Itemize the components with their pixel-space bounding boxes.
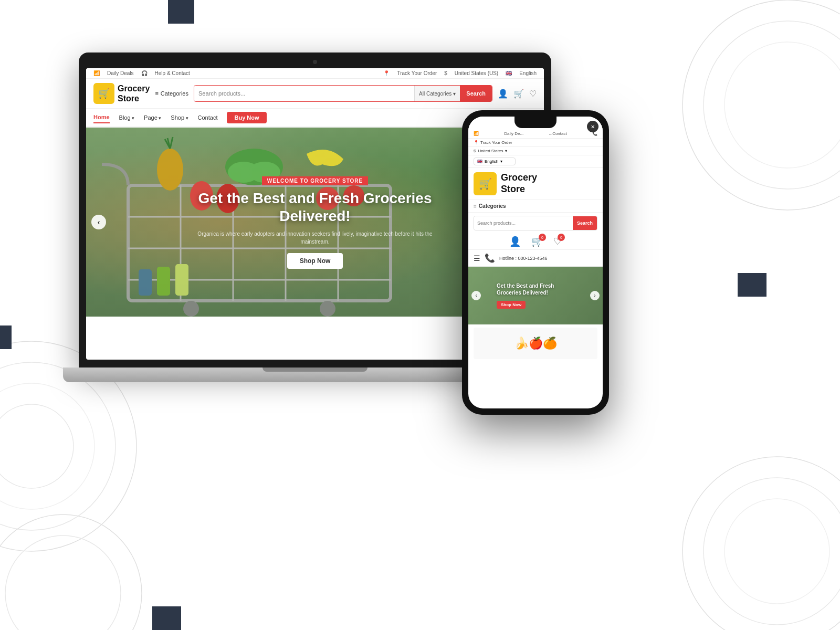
decorative-square-3 [738, 273, 766, 297]
phone-country-row[interactable]: $ United States ▾ [468, 147, 603, 155]
phone-hero-next-arrow[interactable]: › [590, 291, 600, 300]
decorative-square-4 [152, 606, 181, 630]
decorative-square-2 [0, 326, 12, 349]
laptop-shop-now-button[interactable]: Shop Now [287, 253, 343, 269]
phone-logo-name: Grocery [501, 172, 537, 184]
lang-chevron-icon: ▾ [500, 159, 502, 164]
nav-blog[interactable]: Blog [119, 112, 135, 123]
nav-page[interactable]: Page [144, 112, 161, 123]
laptop-topbar: 📶 Daily Deals 🎧 Help & Contact 📍 Track Y… [86, 68, 544, 79]
decorative-square-1 [168, 0, 194, 24]
phone-icons-row: 👤 🛒 0 ♡ 0 [468, 234, 603, 250]
phone-topbar-help: ...Contact [549, 131, 566, 136]
svg-point-10 [0, 514, 142, 630]
svg-line-24 [170, 137, 173, 149]
phone-search-input[interactable] [474, 216, 573, 230]
wishlist-icon[interactable]: ♡ [529, 89, 537, 99]
topbar-dollar-icon: $ [444, 70, 447, 76]
pin-icon: 📍 [474, 140, 479, 145]
nav-contact[interactable]: Contact [198, 112, 218, 123]
phone-lang-select[interactable]: 🇬🇧 English ▾ [474, 158, 516, 165]
phone-menu-icon: ≡ [474, 203, 477, 209]
phone-track-order[interactable]: 📍 Track Your Order [468, 139, 603, 147]
phone-logo-grocery: Grocery [501, 172, 537, 183]
topbar-lang[interactable]: English [519, 70, 537, 76]
phone-hero-content: Get the Best and Fresh Groceries Deliver… [481, 278, 590, 313]
phone-hero-prev-arrow[interactable]: ‹ [471, 291, 481, 300]
phone-search-bar: Search [474, 216, 597, 230]
phone-hotline-text: Hotline : 000-123-4546 [499, 256, 548, 261]
hero-prev-arrow[interactable]: ‹ [91, 215, 106, 229]
laptop-search-bar: All Categories ▾ Search [194, 85, 492, 102]
laptop-header: 🛒 Grocery Store ≡ Categories All Categor… [86, 79, 544, 109]
chevron-down-icon: ▾ [453, 91, 456, 97]
topbar-wifi-icon: 📶 [93, 70, 100, 76]
phone-categories[interactable]: ≡ Categories [468, 200, 603, 213]
cart-icon[interactable]: 🛒 [513, 89, 524, 99]
phone-hero: ‹ Get the Best and Fresh Groceries Deliv… [468, 267, 603, 324]
phone-topbar-daily-deals: Daily De... [504, 131, 523, 136]
phone-close-button[interactable]: ✕ [587, 121, 598, 132]
svg-rect-33 [139, 269, 152, 296]
svg-point-7 [682, 457, 840, 630]
phone-fruit-category[interactable]: 🍌🍎🍊 [474, 328, 597, 359]
phone-shop-now-button[interactable]: Shop Now [497, 301, 526, 309]
svg-point-8 [704, 478, 840, 625]
topbar-daily-deals[interactable]: Daily Deals [107, 70, 134, 76]
svg-point-3 [0, 404, 74, 488]
topbar-flag-icon: 🇬🇧 [506, 70, 512, 76]
topbar-track-order[interactable]: Track Your Order [397, 70, 437, 76]
phone-wishlist-icon[interactable]: ♡ 0 [553, 236, 562, 247]
topbar-pin-icon: 📍 [383, 70, 390, 76]
phone-phone-icon: 📞 [485, 253, 495, 263]
phone-cart-emoji-icon: 🛒 [479, 177, 492, 190]
phone-hero-title: Get the Best and Fresh Groceries Deliver… [497, 282, 574, 296]
topbar-help-contact[interactable]: Help & Contact [155, 70, 190, 76]
svg-rect-34 [157, 267, 170, 296]
laptop-search-category[interactable]: All Categories ▾ [414, 86, 460, 101]
logo-name-line1: Grocery [118, 83, 150, 93]
search-cat-label: All Categories [419, 91, 452, 97]
laptop-camera [313, 60, 317, 64]
svg-point-4 [682, 0, 840, 210]
svg-point-6 [724, 42, 840, 168]
laptop-search-input[interactable] [194, 86, 414, 101]
svg-point-22 [157, 149, 183, 191]
svg-point-21 [320, 301, 335, 317]
phone-wishlist-badge: 0 [558, 234, 565, 241]
phone-user-icon[interactable]: 👤 [509, 236, 521, 247]
laptop-search-button[interactable]: Search [460, 86, 492, 101]
phone-cart-icon[interactable]: 🛒 0 [531, 236, 543, 247]
hero-tag: WELCOME TO GROCERY STORE [262, 176, 369, 185]
categories-label: Categories [161, 90, 188, 97]
hero-title: Get the Best and Fresh Groceries Deliver… [184, 190, 446, 225]
phone-logo-icon: 🛒 [474, 172, 497, 195]
nav-home[interactable]: Home [93, 112, 110, 123]
menu-icon: ≡ [155, 90, 158, 97]
track-order-label: Track Your Order [480, 140, 512, 145]
topbar-country[interactable]: United States (US) [455, 70, 498, 76]
phone-logo-area[interactable]: 🛒 Grocery Store [468, 168, 603, 200]
phone-search-button[interactable]: Search [573, 216, 597, 230]
phone-categories-label: Categories [479, 203, 506, 209]
phone-body: ✕ 📶 Daily De... ...Contact 📞 📍 Track You… [462, 110, 609, 415]
phone-device: ✕ 📶 Daily De... ...Contact 📞 📍 Track You… [462, 110, 609, 415]
chevron-country-icon: ▾ [505, 149, 507, 153]
dollar-icon: $ [474, 149, 476, 153]
phone-notch [514, 117, 556, 128]
phone-screen: ✕ 📶 Daily De... ...Contact 📞 📍 Track You… [468, 117, 603, 408]
hero-subtitle: Organica is where early adopters and inn… [184, 230, 446, 246]
laptop-logo-text: Grocery Store [118, 83, 150, 103]
laptop-buy-now-button[interactable]: Buy Now [227, 112, 266, 123]
laptop-hinge [262, 368, 368, 372]
phone-country: United States [478, 149, 503, 153]
laptop-categories-button[interactable]: ≡ Categories [155, 90, 188, 97]
svg-point-11 [5, 536, 121, 630]
cart-emoji-icon: 🛒 [98, 88, 110, 99]
svg-point-20 [183, 301, 199, 317]
nav-shop[interactable]: Shop [171, 112, 188, 123]
laptop-logo[interactable]: 🛒 Grocery Store [93, 83, 150, 104]
phone-hamburger-icon[interactable]: ☰ [474, 254, 480, 262]
user-icon[interactable]: 👤 [498, 89, 508, 99]
close-icon: ✕ [591, 124, 595, 130]
